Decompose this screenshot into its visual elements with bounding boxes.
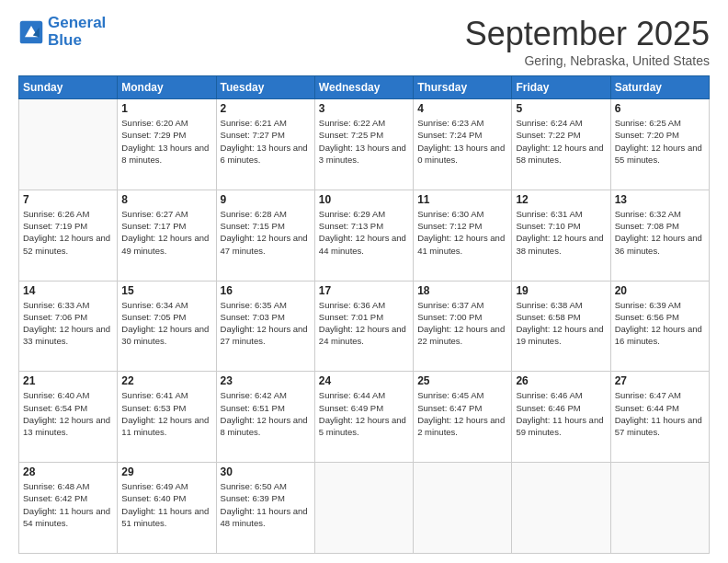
day-number: 7 xyxy=(23,193,113,206)
day-info: Sunrise: 6:33 AMSunset: 7:06 PMDaylight:… xyxy=(23,299,113,348)
calendar-cell: 9Sunrise: 6:28 AMSunset: 7:15 PMDaylight… xyxy=(216,190,314,281)
day-of-week-header: Saturday xyxy=(610,76,709,99)
day-number: 24 xyxy=(319,374,409,387)
day-number: 16 xyxy=(221,284,311,297)
days-header-row: SundayMondayTuesdayWednesdayThursdayFrid… xyxy=(19,76,710,99)
day-info: Sunrise: 6:45 AMSunset: 6:47 PMDaylight:… xyxy=(417,389,507,438)
calendar-cell: 22Sunrise: 6:41 AMSunset: 6:53 PMDayligh… xyxy=(118,372,216,463)
header: General Blue September 2025 Gering, Nebr… xyxy=(18,15,710,68)
location-subtitle: Gering, Nebraska, United States xyxy=(465,53,710,68)
calendar-cell: 25Sunrise: 6:45 AMSunset: 6:47 PMDayligh… xyxy=(414,372,512,463)
calendar-week-row: 1Sunrise: 6:20 AMSunset: 7:29 PMDaylight… xyxy=(19,99,710,190)
logo-text: General Blue xyxy=(48,15,106,49)
day-number: 12 xyxy=(516,193,606,206)
calendar-cell xyxy=(512,463,610,554)
calendar-cell: 12Sunrise: 6:31 AMSunset: 7:10 PMDayligh… xyxy=(512,190,610,281)
day-number: 15 xyxy=(121,284,211,297)
calendar-cell xyxy=(314,463,413,554)
calendar-cell: 28Sunrise: 6:48 AMSunset: 6:42 PMDayligh… xyxy=(19,463,118,554)
day-number: 29 xyxy=(121,465,211,478)
calendar-week-row: 28Sunrise: 6:48 AMSunset: 6:42 PMDayligh… xyxy=(19,463,710,554)
calendar-cell: 27Sunrise: 6:47 AMSunset: 6:44 PMDayligh… xyxy=(610,372,709,463)
calendar-cell: 18Sunrise: 6:37 AMSunset: 7:00 PMDayligh… xyxy=(414,281,512,372)
calendar-cell: 8Sunrise: 6:27 AMSunset: 7:17 PMDaylight… xyxy=(118,190,216,281)
day-info: Sunrise: 6:47 AMSunset: 6:44 PMDaylight:… xyxy=(615,389,705,438)
day-of-week-header: Friday xyxy=(512,76,610,99)
day-number: 22 xyxy=(121,374,211,387)
day-number: 25 xyxy=(417,374,507,387)
calendar-cell: 20Sunrise: 6:39 AMSunset: 6:56 PMDayligh… xyxy=(610,281,709,372)
day-info: Sunrise: 6:42 AMSunset: 6:51 PMDaylight:… xyxy=(221,389,311,438)
day-number: 21 xyxy=(23,374,113,387)
day-number: 5 xyxy=(516,102,606,115)
calendar-cell: 23Sunrise: 6:42 AMSunset: 6:51 PMDayligh… xyxy=(216,372,314,463)
day-info: Sunrise: 6:38 AMSunset: 6:58 PMDaylight:… xyxy=(516,299,606,348)
calendar-cell: 5Sunrise: 6:24 AMSunset: 7:22 PMDaylight… xyxy=(512,99,610,190)
day-number: 27 xyxy=(615,374,705,387)
calendar-cell: 10Sunrise: 6:29 AMSunset: 7:13 PMDayligh… xyxy=(314,190,413,281)
day-number: 30 xyxy=(221,465,311,478)
logo-icon xyxy=(18,19,44,45)
day-number: 28 xyxy=(23,465,113,478)
day-number: 18 xyxy=(417,284,507,297)
day-number: 6 xyxy=(615,102,705,115)
day-number: 14 xyxy=(23,284,113,297)
calendar-cell: 19Sunrise: 6:38 AMSunset: 6:58 PMDayligh… xyxy=(512,281,610,372)
calendar-cell: 2Sunrise: 6:21 AMSunset: 7:27 PMDaylight… xyxy=(216,99,314,190)
day-of-week-header: Monday xyxy=(118,76,216,99)
calendar-week-row: 14Sunrise: 6:33 AMSunset: 7:06 PMDayligh… xyxy=(19,281,710,372)
calendar-cell: 4Sunrise: 6:23 AMSunset: 7:24 PMDaylight… xyxy=(414,99,512,190)
day-number: 13 xyxy=(615,193,705,206)
calendar-cell: 11Sunrise: 6:30 AMSunset: 7:12 PMDayligh… xyxy=(414,190,512,281)
day-info: Sunrise: 6:35 AMSunset: 7:03 PMDaylight:… xyxy=(221,299,311,348)
logo: General Blue xyxy=(18,15,106,49)
day-number: 1 xyxy=(121,102,211,115)
day-number: 20 xyxy=(615,284,705,297)
day-number: 26 xyxy=(516,374,606,387)
calendar-cell: 30Sunrise: 6:50 AMSunset: 6:39 PMDayligh… xyxy=(216,463,314,554)
calendar-cell: 29Sunrise: 6:49 AMSunset: 6:40 PMDayligh… xyxy=(118,463,216,554)
day-info: Sunrise: 6:37 AMSunset: 7:00 PMDaylight:… xyxy=(417,299,507,348)
day-number: 11 xyxy=(417,193,507,206)
day-info: Sunrise: 6:41 AMSunset: 6:53 PMDaylight:… xyxy=(121,389,211,438)
calendar-table: SundayMondayTuesdayWednesdayThursdayFrid… xyxy=(18,75,710,554)
day-info: Sunrise: 6:25 AMSunset: 7:20 PMDaylight:… xyxy=(615,117,705,166)
day-number: 10 xyxy=(319,193,409,206)
day-number: 4 xyxy=(417,102,507,115)
calendar-cell: 16Sunrise: 6:35 AMSunset: 7:03 PMDayligh… xyxy=(216,281,314,372)
calendar-week-row: 21Sunrise: 6:40 AMSunset: 6:54 PMDayligh… xyxy=(19,372,710,463)
calendar-cell xyxy=(414,463,512,554)
day-info: Sunrise: 6:34 AMSunset: 7:05 PMDaylight:… xyxy=(121,299,211,348)
calendar-cell xyxy=(610,463,709,554)
calendar-cell: 24Sunrise: 6:44 AMSunset: 6:49 PMDayligh… xyxy=(314,372,413,463)
day-info: Sunrise: 6:21 AMSunset: 7:27 PMDaylight:… xyxy=(221,117,311,166)
calendar-cell: 1Sunrise: 6:20 AMSunset: 7:29 PMDaylight… xyxy=(118,99,216,190)
day-info: Sunrise: 6:40 AMSunset: 6:54 PMDaylight:… xyxy=(23,389,113,438)
calendar-cell: 26Sunrise: 6:46 AMSunset: 6:46 PMDayligh… xyxy=(512,372,610,463)
title-block: September 2025 Gering, Nebraska, United … xyxy=(465,15,710,68)
calendar-cell: 14Sunrise: 6:33 AMSunset: 7:06 PMDayligh… xyxy=(19,281,118,372)
calendar-cell: 17Sunrise: 6:36 AMSunset: 7:01 PMDayligh… xyxy=(314,281,413,372)
day-info: Sunrise: 6:48 AMSunset: 6:42 PMDaylight:… xyxy=(23,480,113,529)
day-info: Sunrise: 6:28 AMSunset: 7:15 PMDaylight:… xyxy=(221,208,311,257)
day-of-week-header: Thursday xyxy=(414,76,512,99)
day-number: 23 xyxy=(221,374,311,387)
day-number: 2 xyxy=(221,102,311,115)
calendar-week-row: 7Sunrise: 6:26 AMSunset: 7:19 PMDaylight… xyxy=(19,190,710,281)
day-info: Sunrise: 6:39 AMSunset: 6:56 PMDaylight:… xyxy=(615,299,705,348)
day-info: Sunrise: 6:29 AMSunset: 7:13 PMDaylight:… xyxy=(319,208,409,257)
calendar-cell: 21Sunrise: 6:40 AMSunset: 6:54 PMDayligh… xyxy=(19,372,118,463)
calendar-cell: 7Sunrise: 6:26 AMSunset: 7:19 PMDaylight… xyxy=(19,190,118,281)
day-info: Sunrise: 6:23 AMSunset: 7:24 PMDaylight:… xyxy=(417,117,507,166)
day-info: Sunrise: 6:44 AMSunset: 6:49 PMDaylight:… xyxy=(319,389,409,438)
day-of-week-header: Tuesday xyxy=(216,76,314,99)
day-info: Sunrise: 6:20 AMSunset: 7:29 PMDaylight:… xyxy=(121,117,211,166)
calendar-cell: 3Sunrise: 6:22 AMSunset: 7:25 PMDaylight… xyxy=(314,99,413,190)
day-info: Sunrise: 6:24 AMSunset: 7:22 PMDaylight:… xyxy=(516,117,606,166)
day-info: Sunrise: 6:49 AMSunset: 6:40 PMDaylight:… xyxy=(121,480,211,529)
day-number: 8 xyxy=(121,193,211,206)
day-info: Sunrise: 6:30 AMSunset: 7:12 PMDaylight:… xyxy=(417,208,507,257)
day-of-week-header: Wednesday xyxy=(314,76,413,99)
month-title: September 2025 xyxy=(465,15,710,53)
day-number: 3 xyxy=(319,102,409,115)
